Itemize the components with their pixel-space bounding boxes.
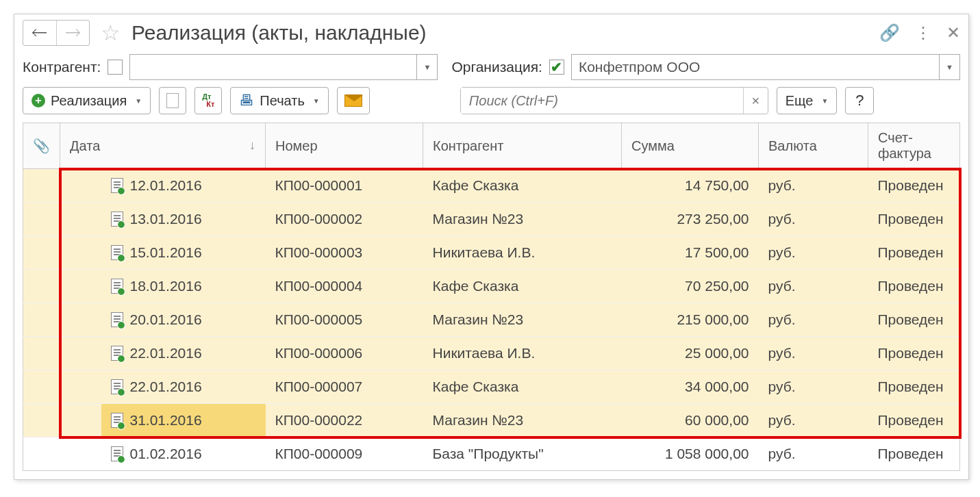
mail-button[interactable] xyxy=(337,87,370,114)
cell-currency: руб. xyxy=(759,404,868,437)
org-value: Конфетпром ООО xyxy=(572,59,939,75)
table-row[interactable]: 20.01.2016КП00-000005Магазин №23215 000,… xyxy=(23,303,960,337)
col-number[interactable]: Номер xyxy=(266,123,423,169)
row-marker2 xyxy=(60,270,101,303)
row-marker xyxy=(23,337,60,370)
table-row[interactable]: 01.02.2016КП00-000009База "Продукты"1 05… xyxy=(23,437,960,471)
dtkt-button[interactable]: ДтКт xyxy=(194,87,222,114)
table-row[interactable]: 18.01.2016КП00-000004Кафе Сказка70 250,0… xyxy=(23,270,960,303)
cell-currency: руб. xyxy=(759,169,868,203)
document-posted-icon xyxy=(111,178,123,193)
favorite-star-icon[interactable]: ☆ xyxy=(101,20,121,46)
cell-counterparty: Магазин №23 xyxy=(423,203,622,236)
table-row[interactable]: 15.01.2016КП00-000003Никитаева И.В.17 50… xyxy=(23,236,960,270)
cell-number: КП00-000001 xyxy=(266,169,423,203)
cell-currency: руб. xyxy=(759,337,868,370)
cell-sum: 60 000,00 xyxy=(622,404,759,437)
table-row[interactable]: 22.01.2016КП00-000007Кафе Сказка34 000,0… xyxy=(23,370,960,404)
titlebar: 🡐 🡒 ☆ Реализация (акты, накладные) 🔗 ⋮ ✕ xyxy=(14,14,968,51)
org-combo[interactable]: Конфетпром ООО ▼ xyxy=(571,54,960,80)
cell-invoice: Проведен xyxy=(868,236,960,270)
forward-button[interactable]: 🡒 xyxy=(56,21,89,45)
nav-buttons: 🡐 🡒 xyxy=(23,20,90,46)
close-icon[interactable]: ✕ xyxy=(946,23,960,42)
col-currency[interactable]: Валюта xyxy=(759,123,868,169)
document-posted-icon xyxy=(111,312,123,327)
clear-search-icon[interactable]: × xyxy=(743,88,768,114)
printer-icon: 🖶 xyxy=(239,92,254,110)
cell-sum: 34 000,00 xyxy=(622,370,759,404)
col-date[interactable]: Дата ↓ xyxy=(60,123,266,169)
cell-date: 20.01.2016 xyxy=(101,303,266,337)
row-marker xyxy=(23,437,60,471)
search-box[interactable]: × xyxy=(460,87,768,114)
table-row[interactable]: 12.01.2016КП00-000001Кафе Сказка14 750,0… xyxy=(23,169,960,203)
cell-sum: 273 250,00 xyxy=(622,203,759,236)
cell-date: 22.01.2016 xyxy=(101,337,266,370)
create-label: Реализация xyxy=(51,93,127,109)
basedon-button[interactable] xyxy=(159,87,186,114)
table-row[interactable]: 13.01.2016КП00-000002Магазин №23273 250,… xyxy=(23,203,960,236)
counterparty-combo[interactable]: ▼ xyxy=(129,54,438,80)
toolbar: + Реализация ▼ ДтКт 🖶 Печать ▼ × Еще ▼ ? xyxy=(14,87,968,123)
link-icon[interactable]: 🔗 xyxy=(879,23,900,42)
cell-sum: 1 058 000,00 xyxy=(622,437,759,471)
row-marker xyxy=(23,203,60,236)
cell-invoice: Проведен xyxy=(868,370,960,404)
counterparty-checkbox[interactable] xyxy=(108,60,123,75)
cell-counterparty: Никитаева И.В. xyxy=(423,236,622,270)
col-attachment[interactable]: 📎 xyxy=(23,123,60,169)
cell-number: КП00-000005 xyxy=(266,303,423,337)
cell-number: КП00-000004 xyxy=(266,270,423,303)
row-marker2 xyxy=(60,203,101,236)
document-posted-icon xyxy=(111,379,123,394)
more-button[interactable]: Еще ▼ xyxy=(777,87,838,114)
dtkt-icon: ДтКт xyxy=(202,93,214,108)
cell-currency: руб. xyxy=(759,370,868,404)
help-button[interactable]: ? xyxy=(845,87,874,114)
cell-date: 12.01.2016 xyxy=(101,169,266,203)
document-posted-icon xyxy=(111,279,123,294)
document-posted-icon xyxy=(111,413,123,428)
row-marker2 xyxy=(60,236,101,270)
cell-sum: 17 500,00 xyxy=(622,236,759,270)
row-marker xyxy=(23,370,60,404)
cell-date: 01.02.2016 xyxy=(101,437,266,471)
cell-number: КП00-000003 xyxy=(266,236,423,270)
cell-date: 18.01.2016 xyxy=(101,270,266,303)
cell-date: 15.01.2016 xyxy=(101,236,266,270)
paperclip-icon: 📎 xyxy=(33,138,50,153)
col-counterparty[interactable]: Контрагент xyxy=(423,123,622,169)
cell-currency: руб. xyxy=(759,236,868,270)
table-row[interactable]: 22.01.2016КП00-000006Никитаева И.В.25 00… xyxy=(23,337,960,370)
col-invoice[interactable]: Счет-фактура xyxy=(868,123,960,169)
col-sum[interactable]: Сумма xyxy=(622,123,759,169)
cell-counterparty: Магазин №23 xyxy=(423,303,622,337)
cell-counterparty: Кафе Сказка xyxy=(423,370,622,404)
print-button[interactable]: 🖶 Печать ▼ xyxy=(230,87,328,114)
cell-currency: руб. xyxy=(759,270,868,303)
row-marker2 xyxy=(60,303,101,337)
back-button[interactable]: 🡐 xyxy=(23,21,56,45)
org-checkbox[interactable]: ✔ xyxy=(549,60,564,75)
menu-dots-icon[interactable]: ⋮ xyxy=(915,23,931,42)
table-header-row: 📎 Дата ↓ Номер Контрагент Сумма Валюта С… xyxy=(23,123,960,169)
row-marker xyxy=(23,169,60,203)
chevron-down-icon[interactable]: ▼ xyxy=(416,55,437,79)
search-input[interactable] xyxy=(461,88,743,114)
cell-number: КП00-000007 xyxy=(266,370,423,404)
row-marker xyxy=(23,270,60,303)
col-date-label: Дата xyxy=(70,138,100,153)
cell-number: КП00-000006 xyxy=(266,337,423,370)
plus-icon: + xyxy=(32,94,45,107)
documents-table: 📎 Дата ↓ Номер Контрагент Сумма Валюта С… xyxy=(23,123,960,471)
sort-asc-icon: ↓ xyxy=(249,138,255,153)
page-title: Реализация (акты, накладные) xyxy=(131,21,427,44)
chevron-down-icon[interactable]: ▼ xyxy=(939,55,959,79)
cell-invoice: Проведен xyxy=(868,169,960,203)
cell-invoice: Проведен xyxy=(868,203,960,236)
table-row[interactable]: 31.01.2016КП00-000022Магазин №2360 000,0… xyxy=(23,404,960,437)
cell-date: 22.01.2016 xyxy=(101,370,266,404)
create-button[interactable]: + Реализация ▼ xyxy=(23,87,151,114)
row-marker2 xyxy=(60,370,101,404)
